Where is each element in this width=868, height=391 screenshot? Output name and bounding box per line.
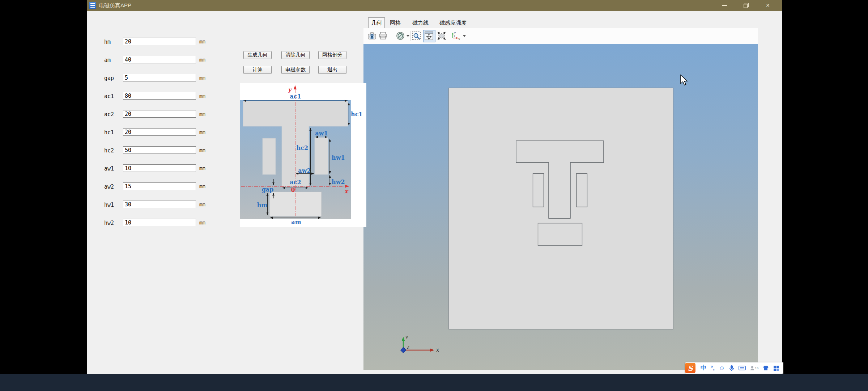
origin-label: 0 bbox=[291, 186, 295, 193]
y-axis-label: y bbox=[288, 86, 292, 93]
hc2-dim-label: hc2 bbox=[297, 144, 309, 151]
close-icon: × bbox=[766, 2, 770, 9]
tab-fluxdensity[interactable]: 磁感应强度 bbox=[439, 20, 467, 26]
left-coil bbox=[263, 138, 276, 175]
aw2-input[interactable] bbox=[123, 182, 196, 190]
view-tabbar: 几何 网格 磁力线 磁感应强度 bbox=[363, 17, 758, 28]
hw2-input[interactable] bbox=[123, 219, 196, 226]
brush-disabled-icon[interactable] bbox=[396, 31, 405, 41]
hw1-dim-label: hw1 bbox=[332, 154, 345, 161]
model-plot bbox=[448, 88, 673, 329]
ac2-dim-label: ac2 bbox=[290, 179, 301, 186]
minimize-button[interactable] bbox=[715, 0, 733, 11]
am-label: am bbox=[104, 57, 111, 63]
ac1-unit: mm bbox=[199, 93, 205, 99]
app-icon bbox=[89, 2, 96, 9]
geometry-schematic: ac1 hc1 aw1 hc2 hw1 aw2 ac2 hw2 gap hm a… bbox=[240, 83, 366, 227]
ime-toolbox-icon[interactable] bbox=[773, 365, 779, 371]
gap-label: gap bbox=[104, 75, 114, 81]
ime-skin-icon[interactable] bbox=[763, 365, 769, 371]
aw2-label: aw2 bbox=[104, 184, 114, 190]
ac1-dim-label: ac1 bbox=[290, 93, 301, 100]
svg-text:Z: Z bbox=[454, 35, 455, 38]
view-axes-icon[interactable]: YZX bbox=[450, 31, 459, 41]
hm-dim-label: hm bbox=[257, 202, 268, 209]
aw1-input[interactable] bbox=[123, 164, 196, 172]
em-params-button[interactable]: 电磁参数 bbox=[281, 66, 310, 74]
ime-keyboard-icon[interactable] bbox=[739, 365, 746, 371]
am-unit: mm bbox=[199, 57, 205, 63]
hc1-label: hc1 bbox=[104, 129, 114, 136]
ac1-label: ac1 bbox=[104, 93, 114, 100]
aw2-unit: mm bbox=[199, 184, 205, 189]
geometry-viewport[interactable]: Y Z X bbox=[363, 44, 758, 370]
ac1-input[interactable] bbox=[123, 92, 196, 100]
hw1-input[interactable] bbox=[123, 201, 196, 208]
hm-unit: mm bbox=[199, 39, 205, 45]
gap-unit: mm bbox=[199, 75, 205, 81]
am-input[interactable] bbox=[123, 56, 196, 63]
mesh-button[interactable]: 网格剖分 bbox=[318, 51, 346, 59]
gap-input[interactable] bbox=[123, 74, 196, 81]
snapshot-camera-icon[interactable] bbox=[367, 31, 377, 41]
compute-button[interactable]: 计算 bbox=[243, 66, 272, 74]
ime-punctuation[interactable]: °, bbox=[711, 365, 715, 371]
right-coil-outline bbox=[576, 174, 587, 207]
restore-button[interactable] bbox=[737, 0, 755, 11]
magnet-outline bbox=[538, 223, 582, 246]
restore-icon bbox=[744, 3, 749, 8]
ime-mic-icon[interactable] bbox=[729, 365, 734, 371]
app-window: 电磁仿真APP × hmmm ammm gapmm ac1mm ac2mm hc… bbox=[87, 0, 782, 374]
hw2-label: hw2 bbox=[104, 220, 114, 226]
left-coil-outline bbox=[533, 174, 544, 207]
hw1-unit: mm bbox=[199, 202, 205, 207]
axis-triad: Y Z X bbox=[393, 333, 444, 356]
close-button[interactable]: × bbox=[759, 0, 777, 11]
rotate-3d-icon[interactable] bbox=[437, 31, 446, 41]
windows-taskbar: S S 1人正在看 bbox=[0, 374, 868, 391]
axes-dropdown-caret[interactable] bbox=[463, 35, 466, 37]
tab-mesh[interactable]: 网格 bbox=[390, 20, 401, 26]
right-coil bbox=[315, 138, 328, 175]
sogou-ime-bar: S 中 °, ☺ 15 bbox=[685, 362, 783, 374]
zoom-region-icon[interactable] bbox=[412, 31, 421, 41]
magnet bbox=[269, 192, 322, 216]
figure-toolbar: YZX bbox=[363, 28, 758, 44]
mouse-cursor bbox=[680, 74, 689, 86]
hc1-unit: mm bbox=[199, 129, 205, 135]
y-axis-arrow bbox=[294, 85, 297, 89]
exit-button[interactable]: 退出 bbox=[318, 66, 346, 74]
hw2-dim-label: hw2 bbox=[332, 178, 345, 185]
ime-cn-mode[interactable]: 中 bbox=[701, 364, 706, 372]
hc1-input[interactable] bbox=[123, 128, 196, 136]
am-dim-label: am bbox=[291, 219, 301, 226]
aw1-dim-label: aw1 bbox=[315, 130, 328, 137]
hm-input[interactable] bbox=[123, 38, 196, 45]
sogou-logo-icon[interactable]: S bbox=[685, 363, 695, 373]
hm-label: hm bbox=[104, 39, 111, 45]
tab-fieldlines[interactable]: 磁力线 bbox=[412, 20, 429, 26]
generate-geometry-button[interactable]: 生成几何 bbox=[243, 51, 272, 59]
svg-text:X: X bbox=[458, 38, 460, 41]
ac2-input[interactable] bbox=[123, 110, 196, 118]
clear-geometry-button[interactable]: 清除几何 bbox=[281, 51, 310, 59]
hc2-unit: mm bbox=[199, 147, 205, 153]
hw1-label: hw1 bbox=[104, 202, 114, 208]
pan-icon[interactable] bbox=[424, 31, 434, 41]
tab-geometry[interactable]: 几何 bbox=[368, 17, 385, 28]
print-icon[interactable] bbox=[378, 31, 388, 41]
titlebar: 电磁仿真APP × bbox=[87, 0, 782, 11]
gap-dim-label: gap bbox=[262, 186, 274, 193]
triad-y-label: Y bbox=[405, 335, 408, 340]
schematic-svg: ac1 hc1 aw1 hc2 hw1 aw2 ac2 hw2 gap hm a… bbox=[240, 83, 366, 227]
hc2-input[interactable] bbox=[123, 146, 196, 154]
ime-user-count[interactable]: 15 bbox=[750, 366, 758, 371]
toolbar-separator bbox=[410, 31, 410, 41]
triad-y-arrow bbox=[402, 337, 405, 341]
ime-emoji-icon[interactable]: ☺ bbox=[719, 365, 725, 371]
hw2-unit: mm bbox=[199, 220, 205, 226]
triad-x-arrow bbox=[430, 349, 434, 352]
triad-x-label: X bbox=[436, 348, 439, 353]
brush-dropdown-caret[interactable] bbox=[407, 35, 409, 37]
toolbar-separator bbox=[391, 31, 391, 41]
